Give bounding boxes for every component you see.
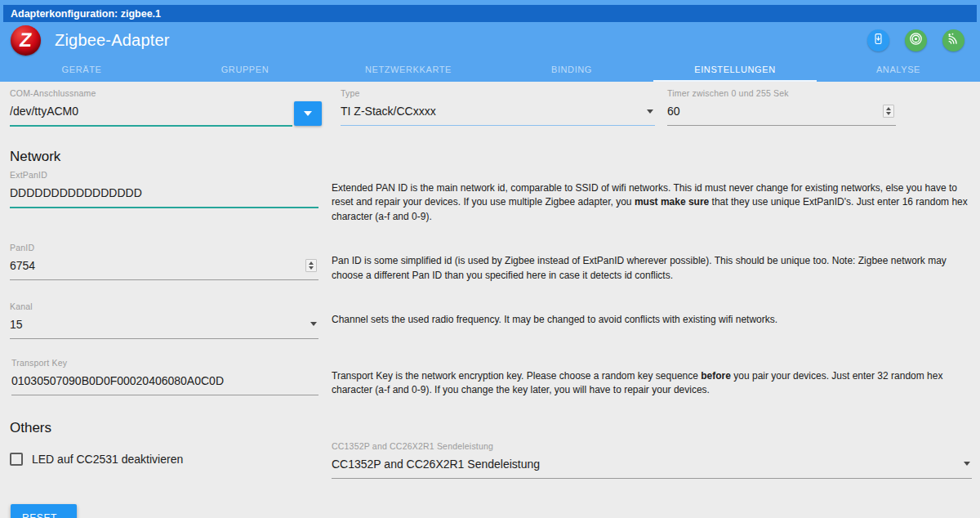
header-actions [867, 29, 969, 51]
window-titlebar: Adapterkonfiguration: zigbee.1 [3, 5, 977, 22]
page-title: Zigbee-Adapter [55, 31, 170, 50]
others-row: LED auf CC2531 deaktivieren CC1352P and … [10, 441, 972, 479]
tab-analyse[interactable]: ANALYSE [817, 58, 980, 82]
tab-netzwerkkarte[interactable]: NETZWERKKARTE [327, 58, 490, 82]
com-port-dropdown-button[interactable] [294, 101, 322, 126]
chevron-down-icon [647, 109, 653, 114]
timer-input[interactable] [667, 100, 883, 122]
tx-power-value: CC1352P and CC26X2R1 Sendeleistung [332, 458, 540, 471]
reset-button[interactable]: RESET... [11, 504, 77, 518]
adapter-config-window: Adapterkonfiguration: zigbee.1 Z Zigbee-… [0, 0, 980, 518]
header: Adapterkonfiguration: zigbee.1 Z Zigbee-… [0, 0, 980, 82]
others-section-heading: Others [10, 420, 972, 436]
tab-bar: GERÄTE GRUPPEN NETZWERKKARTE BINDING EIN… [0, 58, 980, 82]
chevron-down-icon [304, 111, 312, 116]
panid-group: PanID Pan ID is some simplified id (is u… [10, 243, 972, 283]
transport-key-description: Transport Key is the network encryption … [332, 358, 972, 398]
timer-label: Timer zwischen 0 und 255 Sek [667, 88, 896, 98]
channel-label: Kanal [10, 301, 318, 311]
transport-key-input[interactable] [11, 368, 318, 395]
number-stepper-icon[interactable] [305, 259, 317, 272]
tx-power-field: CC1352P and CC26X2R1 Sendeleistung CC135… [332, 441, 972, 479]
led-disable-checkbox[interactable] [10, 453, 23, 466]
led-checkbox-field: LED auf CC2531 deaktivieren [10, 441, 318, 466]
coordinator-type-select[interactable]: TI Z-Stack/CCxxxx [341, 99, 655, 126]
extpanid-group: ExtPanID Extended PAN ID is the main net… [10, 170, 972, 224]
firmware-update-button[interactable] [867, 29, 889, 51]
tab-gruppen[interactable]: GRUPPEN [163, 58, 327, 82]
touchlink-button[interactable] [942, 29, 964, 51]
pairing-icon [909, 32, 923, 49]
panid-description: Pan ID is some simplified id (is used by… [332, 243, 972, 283]
tx-power-label: CC1352P and CC26X2R1 Sendeleistung [332, 441, 972, 451]
channel-group: Kanal 15 Channel sets the used radio fre… [10, 301, 972, 339]
channel-select[interactable]: 15 [10, 312, 318, 339]
channel-value: 15 [10, 318, 23, 331]
top-field-row: COM-Anschlussname Type TI Z-Stack/CCxxxx… [10, 88, 972, 127]
pairing-button[interactable] [905, 29, 927, 51]
extpanid-label: ExtPanID [10, 170, 318, 180]
com-port-label: COM-Anschlussname [10, 88, 330, 98]
transport-key-group: Transport Key Transport Key is the netwo… [10, 358, 972, 398]
touchlink-icon [947, 32, 960, 49]
extpanid-description: Extended PAN ID is the main network id, … [332, 170, 972, 224]
zigbee-logo-letter: Z [18, 30, 33, 50]
zigbee-logo: Z [11, 25, 41, 56]
coordinator-type-label: Type [341, 88, 655, 98]
number-stepper-icon[interactable] [883, 105, 894, 118]
tab-einstellungen[interactable]: EINSTELLUNGEN [653, 58, 817, 82]
panid-input[interactable] [10, 255, 305, 276]
window-title: Adapterkonfiguration: zigbee.1 [11, 8, 161, 20]
network-section-heading: Network [10, 149, 972, 165]
tab-geraete[interactable]: GERÄTE [0, 58, 163, 82]
channel-description: Channel sets the used radio frequency. I… [332, 301, 972, 339]
com-port-input[interactable] [10, 99, 292, 127]
extpanid-input[interactable] [10, 181, 318, 208]
chevron-down-icon [310, 322, 317, 326]
led-disable-label[interactable]: LED auf CC2531 deaktivieren [32, 453, 183, 466]
timer-field: Timer zwischen 0 und 255 Sek [667, 88, 896, 127]
header-main: Z Zigbee-Adapter [0, 22, 980, 58]
panid-label: PanID [10, 243, 318, 252]
tx-power-select[interactable]: CC1352P and CC26X2R1 Sendeleistung [332, 452, 972, 479]
tab-binding[interactable]: BINDING [490, 58, 653, 82]
coordinator-type-field: Type TI Z-Stack/CCxxxx [341, 88, 655, 127]
com-port-field: COM-Anschlussname [10, 88, 330, 127]
chevron-down-icon [964, 462, 970, 466]
firmware-update-icon [872, 33, 884, 48]
transport-key-label: Transport Key [11, 358, 318, 368]
coordinator-type-value: TI Z-Stack/CCxxxx [341, 105, 436, 118]
settings-panel: COM-Anschlussname Type TI Z-Stack/CCxxxx… [0, 82, 980, 518]
